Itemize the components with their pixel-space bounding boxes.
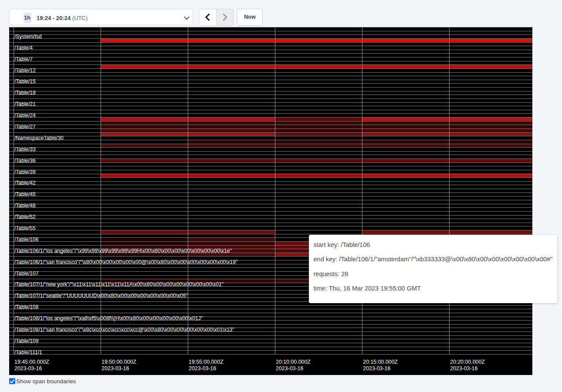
svg-text:/System/tsd: /System/tsd bbox=[14, 34, 42, 40]
svg-text:20:10:00.000Z: 20:10:00.000Z bbox=[276, 359, 311, 365]
svg-text:/Table/39: /Table/39 bbox=[14, 169, 36, 175]
svg-text:/Table/106/1/"los angeles"/"\x: /Table/106/1/"los angeles"/"\x99\x99\x99… bbox=[14, 248, 232, 254]
svg-text:/Table/42: /Table/42 bbox=[14, 180, 36, 186]
svg-text:/Table/4: /Table/4 bbox=[14, 45, 33, 51]
svg-text:/Table/55: /Table/55 bbox=[14, 225, 36, 231]
svg-text:/Table/107: /Table/107 bbox=[14, 270, 39, 277]
svg-text:/Table/33: /Table/33 bbox=[14, 146, 36, 152]
svg-text:19:45:00.000Z: 19:45:00.000Z bbox=[14, 359, 49, 365]
svg-text:/Table/107/1/"seattle"/"UUUUUU: /Table/107/1/"seattle"/"UUUUUUUD\x00\x80… bbox=[14, 293, 188, 299]
svg-text:2023-03-16: 2023-03-16 bbox=[450, 365, 477, 372]
svg-text:/Table/27: /Table/27 bbox=[14, 124, 36, 130]
svg-text:/Table/108: /Table/108 bbox=[14, 304, 39, 310]
svg-text:/Table/106/1/"san francisco"/": /Table/106/1/"san francisco"/"\x80\x00\x… bbox=[14, 259, 237, 265]
svg-text:19:50:00.000Z: 19:50:00.000Z bbox=[102, 359, 136, 365]
svg-text:/Table/52: /Table/52 bbox=[14, 214, 36, 220]
svg-text:/Table/15: /Table/15 bbox=[14, 78, 36, 84]
svg-text:/NamespaceTable/30: /NamespaceTable/30 bbox=[14, 135, 64, 141]
svg-text:20:20:00.000Z: 20:20:00.000Z bbox=[450, 359, 485, 365]
svg-text:/Table/24: /Table/24 bbox=[14, 112, 36, 118]
svg-text:20:15:00.000Z: 20:15:00.000Z bbox=[363, 359, 398, 365]
svg-text:/Table/111/1: /Table/111/1 bbox=[14, 349, 42, 355]
svg-text:/Table/12: /Table/12 bbox=[14, 68, 36, 74]
svg-text:/Table/21: /Table/21 bbox=[14, 101, 36, 107]
svg-text:/Table/48: /Table/48 bbox=[14, 203, 36, 209]
svg-text:2023-03-16: 2023-03-16 bbox=[276, 365, 303, 372]
svg-text:19:55:00.000Z: 19:55:00.000Z bbox=[189, 359, 223, 365]
svg-text:/Table/36: /Table/36 bbox=[14, 158, 36, 164]
svg-text:/Table/18: /Table/18 bbox=[14, 90, 36, 96]
svg-text:/Table/7: /Table/7 bbox=[14, 56, 33, 62]
svg-text:2023-03-16: 2023-03-16 bbox=[363, 365, 390, 372]
svg-text:/Table/109: /Table/109 bbox=[14, 338, 39, 344]
svg-text:/Table/107/1/"new york"/"\x11\: /Table/107/1/"new york"/"\x11\x11\x11\x1… bbox=[14, 281, 223, 287]
svg-text:2023-03-16: 2023-03-16 bbox=[102, 365, 129, 372]
svg-text:2023-03-16: 2023-03-16 bbox=[189, 365, 216, 372]
svg-text:/Table/45: /Table/45 bbox=[14, 191, 36, 197]
svg-text:/Table/108/1/"los angeles"/"\x: /Table/108/1/"los angeles"/"\xa8\xf5\u00… bbox=[14, 315, 203, 321]
svg-text:2023-03-16: 2023-03-16 bbox=[14, 365, 42, 372]
svg-text:/Table/106: /Table/106 bbox=[14, 237, 39, 243]
svg-text:/Table/108/1/"san francisco"/": /Table/108/1/"san francisco"/"\x8c\xcc\x… bbox=[14, 327, 234, 333]
